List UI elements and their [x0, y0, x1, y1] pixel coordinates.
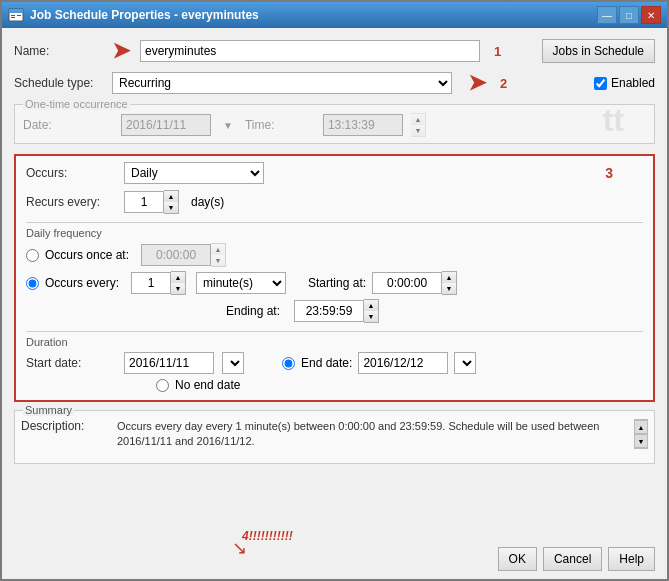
summary-section: Summary Description: Occurs every day ev… — [14, 410, 655, 464]
description-label: Description: — [21, 419, 111, 433]
time-input — [323, 114, 403, 136]
starting-spin: ▲ ▼ — [372, 271, 457, 295]
recurs-row: Recurs every: ▲ ▼ day(s) — [26, 190, 643, 214]
svg-rect-1 — [9, 9, 23, 13]
start-date-dropdown[interactable]: ▼ — [222, 352, 244, 374]
minimize-button[interactable]: — — [597, 6, 617, 24]
occurs-every-label: Occurs every: — [45, 276, 119, 290]
ending-input[interactable] — [294, 300, 364, 322]
job-schedule-window: Job Schedule Properties - everyminutes —… — [0, 0, 669, 581]
arrow1-icon: ➤ — [112, 38, 130, 64]
title-controls: — □ ✕ — [597, 6, 661, 24]
ending-down-btn[interactable]: ▼ — [364, 311, 378, 322]
every-down-btn[interactable]: ▼ — [171, 283, 185, 294]
occurs-every-input[interactable] — [131, 272, 171, 294]
ending-label: Ending at: — [226, 304, 280, 318]
maximize-button[interactable]: □ — [619, 6, 639, 24]
occurs-once-radio[interactable] — [26, 249, 39, 262]
one-time-label: One-time occurrence — [23, 98, 130, 110]
description-text: Occurs every day every 1 minute(s) betwe… — [117, 419, 628, 459]
end-date-radio[interactable] — [282, 357, 295, 370]
svg-rect-2 — [11, 15, 15, 16]
cancel-button[interactable]: Cancel — [543, 547, 602, 571]
every-unit-select[interactable]: minute(s) hour(s) second(s) — [196, 272, 286, 294]
every-up-btn[interactable]: ▲ — [171, 272, 185, 283]
jobs-in-schedule-button[interactable]: Jobs in Schedule — [542, 39, 655, 63]
occurs-label: Occurs: — [26, 166, 116, 180]
occurs-every-radio[interactable] — [26, 277, 39, 290]
occurs-once-spin: ▲ ▼ — [141, 243, 226, 267]
duration-section: Duration Start date: ▼ End date: ▼ — [26, 331, 643, 392]
arrow2-icon: ➤ — [468, 70, 486, 96]
ending-row: Ending at: ▲ ▼ — [26, 299, 643, 323]
starting-down-btn[interactable]: ▼ — [442, 283, 456, 294]
occurs-select[interactable]: Daily Weekly Monthly — [124, 162, 264, 184]
once-down-btn: ▼ — [211, 255, 225, 266]
occurs-once-input — [141, 244, 211, 266]
ending-spin: ▲ ▼ — [294, 299, 379, 323]
name-label: Name: — [14, 44, 104, 58]
occurs-every-spin: ▲ ▼ — [131, 271, 186, 295]
name-input[interactable] — [140, 40, 480, 62]
occurs-row: Occurs: Daily Weekly Monthly 3 — [26, 162, 643, 184]
starting-label: Starting at: — [308, 276, 366, 290]
annotation4-arrow-icon: ↘ — [232, 537, 247, 559]
enabled-label: Enabled — [611, 76, 655, 90]
bottom-bar: 4!!!!!!!!!!! ↘ OK Cancel Help — [2, 543, 667, 579]
no-end-date-row: No end date — [26, 378, 643, 392]
duration-label: Duration — [26, 336, 643, 348]
schedule-type-row: Schedule type: Recurring One time ➤ 2 En… — [14, 70, 655, 96]
occurs-once-label: Occurs once at: — [45, 248, 129, 262]
schedule-type-select[interactable]: Recurring One time — [112, 72, 452, 94]
svg-rect-4 — [17, 15, 21, 16]
help-button[interactable]: Help — [608, 547, 655, 571]
once-up-btn: ▲ — [211, 244, 225, 255]
ok-button[interactable]: OK — [498, 547, 537, 571]
time-label: Time: — [245, 118, 315, 132]
enabled-row: Enabled — [594, 76, 655, 90]
ending-up-btn[interactable]: ▲ — [364, 300, 378, 311]
end-date-input[interactable] — [358, 352, 448, 374]
window-icon — [8, 7, 24, 23]
close-button[interactable]: ✕ — [641, 6, 661, 24]
annotation2: 2 — [500, 76, 507, 91]
starting-up-btn[interactable]: ▲ — [442, 272, 456, 283]
end-date-dropdown[interactable]: ▼ — [454, 352, 476, 374]
enabled-checkbox[interactable] — [594, 77, 607, 90]
recurs-input[interactable] — [124, 191, 164, 213]
time-down-btn: ▼ — [411, 125, 425, 136]
annotation1: 1 — [494, 44, 501, 59]
scrollbar[interactable]: ▲ ▼ — [634, 419, 648, 449]
frequency-section: Occurs: Daily Weekly Monthly 3 Recurs ev… — [14, 154, 655, 402]
recurs-spin: ▲ ▼ — [124, 190, 179, 214]
summary-label: Summary — [23, 404, 74, 416]
recurs-unit: day(s) — [191, 195, 224, 209]
time-up-btn: ▲ — [411, 114, 425, 125]
start-date-label: Start date: — [26, 356, 116, 370]
end-date-group: End date: ▼ — [282, 352, 476, 374]
annotation3: 3 — [605, 165, 613, 181]
occurs-every-row: Occurs every: ▲ ▼ minute(s) hour(s) seco… — [26, 271, 643, 295]
window-title: Job Schedule Properties - everyminutes — [30, 8, 259, 22]
recurs-down-btn[interactable]: ▼ — [164, 202, 178, 213]
daily-freq-label: Daily frequency — [26, 227, 643, 239]
no-end-date-radio[interactable] — [156, 379, 169, 392]
date-input — [121, 114, 211, 136]
one-time-section: One-time occurrence Date: ▼ Time: ▲ ▼ tt — [14, 104, 655, 144]
date-dropdown-icon: ▼ — [223, 120, 233, 131]
date-label: Date: — [23, 118, 113, 132]
main-content: Name: ➤ 1 Jobs in Schedule Schedule type… — [2, 28, 667, 543]
starting-input[interactable] — [372, 272, 442, 294]
description-area: Description: Occurs every day every 1 mi… — [21, 419, 648, 459]
recurs-up-btn[interactable]: ▲ — [164, 191, 178, 202]
one-time-row: Date: ▼ Time: ▲ ▼ tt — [23, 109, 646, 137]
no-end-date-label: No end date — [175, 378, 240, 392]
starting-group: Starting at: ▲ ▼ — [308, 271, 457, 295]
start-date-row: Start date: ▼ End date: ▼ — [26, 352, 643, 374]
occurs-once-row: Occurs once at: ▲ ▼ — [26, 243, 643, 267]
schedule-type-label: Schedule type: — [14, 76, 104, 90]
svg-rect-3 — [11, 17, 15, 18]
start-date-input[interactable] — [124, 352, 214, 374]
scroll-up-btn[interactable]: ▲ — [634, 420, 648, 434]
scroll-down-btn[interactable]: ▼ — [634, 434, 648, 448]
